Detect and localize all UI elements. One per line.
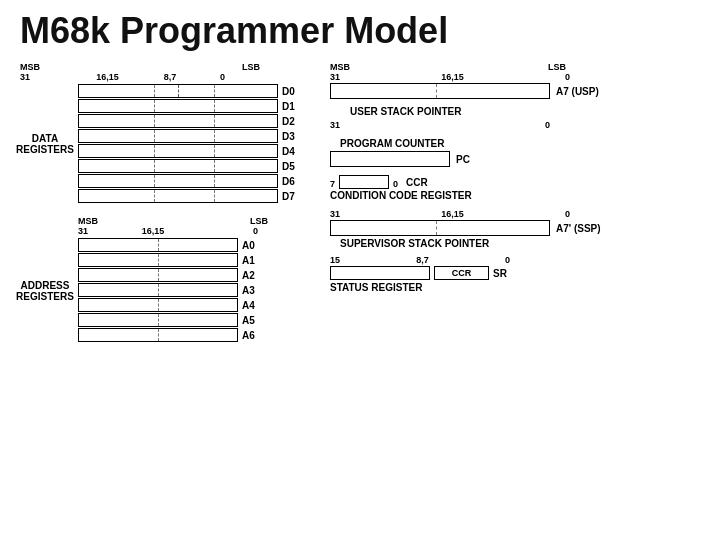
- usp-bit0: 0: [565, 72, 570, 82]
- data-reg-d0-row: D0: [78, 84, 295, 98]
- data-reg-d6-row: D6: [78, 174, 295, 188]
- usp-lsb-label: LSB: [548, 62, 566, 72]
- data-registers-label: DATA REGISTERS: [20, 84, 70, 204]
- addr-reg-a3-row: A3: [78, 283, 255, 297]
- data-bit87: 8,7: [164, 72, 177, 82]
- addr-registers-label: ADDRESS REGISTERS: [20, 238, 70, 343]
- data-msb-label: MSB: [20, 62, 40, 72]
- usp-title: USER STACK POINTER: [350, 106, 462, 117]
- ssp-bit1615: 16,15: [441, 209, 464, 219]
- addr-reg-a2-row: A2: [78, 268, 255, 282]
- d6-label: D6: [282, 176, 295, 187]
- data-reg-d1-row: D1: [78, 99, 295, 113]
- d4-label: D4: [282, 146, 295, 157]
- sr-bit0: 0: [505, 255, 510, 265]
- usp-reg-label: A7 (USP): [556, 86, 599, 97]
- d0-label: D0: [282, 86, 295, 97]
- data-bit31: 31: [20, 72, 30, 82]
- usp-bit0b: 0: [545, 120, 550, 130]
- ssp-bit0: 0: [565, 209, 570, 219]
- sr-bit15: 15: [330, 255, 340, 265]
- data-reg-d3-row: D3: [78, 129, 295, 143]
- a1-label: A1: [242, 255, 255, 266]
- addr-msb-label: MSB: [78, 216, 98, 226]
- usp-bit31: 31: [330, 72, 340, 82]
- data-reg-d7-row: D7: [78, 189, 295, 203]
- a0-label: A0: [242, 240, 255, 251]
- data-reg-d5-row: D5: [78, 159, 295, 173]
- ccr-reg-label: CCR: [406, 177, 428, 188]
- data-lsb-label: LSB: [242, 62, 260, 72]
- data-reg-d2-row: D2: [78, 114, 295, 128]
- sr-bit87: 8,7: [416, 255, 429, 265]
- addr-bit31: 31: [78, 226, 88, 236]
- ssp-title: SUPERVISOR STACK POINTER: [340, 238, 700, 249]
- sr-sr-label: SR: [493, 268, 507, 279]
- pc-title: PROGRAM COUNTER: [340, 138, 700, 149]
- addr-reg-a6-row: A6: [78, 328, 255, 342]
- addr-bit1615: 16,15: [142, 226, 165, 236]
- a6-label: A6: [242, 330, 255, 341]
- sr-ccr-label: CCR: [452, 268, 472, 278]
- addr-bit0: 0: [253, 226, 258, 236]
- addr-lsb-label: LSB: [250, 216, 268, 226]
- d7-label: D7: [282, 191, 295, 202]
- d2-label: D2: [282, 116, 295, 127]
- usp-bit1615: 16,15: [441, 72, 464, 82]
- usp-msb-label: MSB: [330, 62, 350, 72]
- usp-bit31b: 31: [330, 120, 340, 130]
- data-bit1615: 16,15: [96, 72, 119, 82]
- sr-title: STATUS REGISTER: [330, 282, 700, 293]
- ccr-bit0: 0: [393, 179, 398, 189]
- a3-label: A3: [242, 285, 255, 296]
- data-reg-d4-row: D4: [78, 144, 295, 158]
- addr-reg-a0-row: A0: [78, 238, 255, 252]
- ccr-bit7: 7: [330, 179, 335, 189]
- addr-reg-a4-row: A4: [78, 298, 255, 312]
- data-bit0: 0: [220, 72, 225, 82]
- ssp-reg-label: A7' (SSP): [556, 223, 601, 234]
- addr-reg-a5-row: A5: [78, 313, 255, 327]
- a2-label: A2: [242, 270, 255, 281]
- d1-label: D1: [282, 101, 295, 112]
- addr-reg-a1-row: A1: [78, 253, 255, 267]
- page-title: M68k Programmer Model: [20, 10, 700, 52]
- pc-reg-label: PC: [456, 154, 470, 165]
- a5-label: A5: [242, 315, 255, 326]
- d5-label: D5: [282, 161, 295, 172]
- d3-label: D3: [282, 131, 295, 142]
- ssp-bit31: 31: [330, 209, 340, 219]
- a4-label: A4: [242, 300, 255, 311]
- ccr-title: CONDITION CODE REGISTER: [330, 190, 700, 201]
